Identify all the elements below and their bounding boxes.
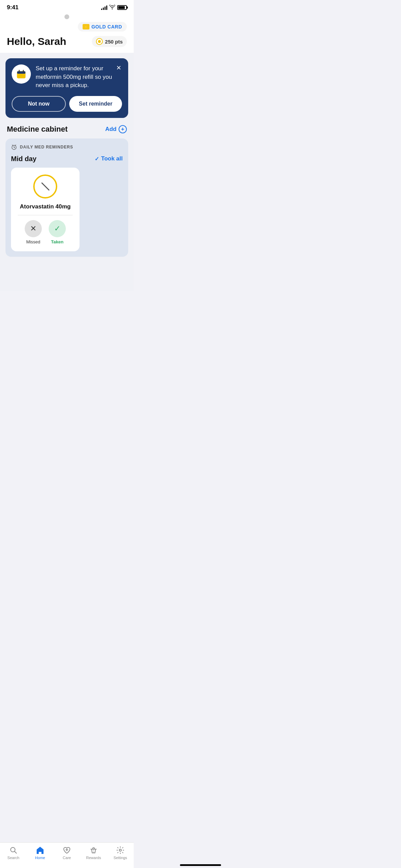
alarm-icon — [11, 144, 17, 150]
points-value: 250 pts — [105, 39, 123, 45]
svg-line-6 — [14, 147, 15, 148]
medicine-actions: ✕ Missed ✓ Taken — [25, 220, 66, 244]
reminder-body: Set up a reminder for your metformin 500… — [12, 64, 122, 90]
face-id-indicator — [64, 14, 69, 19]
missed-circle: ✕ — [25, 220, 42, 237]
daily-reminders-label: DAILY MED REMINDERS — [20, 145, 73, 149]
status-time: 9:41 — [7, 4, 19, 11]
add-label: Add — [105, 126, 117, 133]
taken-circle: ✓ — [49, 220, 66, 237]
reminder-message: Set up a reminder for your metformin 500… — [36, 64, 122, 90]
status-bar: 9:41 — [0, 0, 134, 12]
set-reminder-button[interactable]: Set reminder — [69, 96, 122, 112]
svg-line-7 — [12, 145, 13, 146]
svg-line-8 — [15, 145, 16, 146]
content-area: ✕ Set up a reminder for your metformin 5… — [0, 53, 134, 291]
gold-card-icon — [83, 24, 89, 29]
header-section: GOLD CARD Hello, Sarah 250 pts — [0, 12, 134, 53]
svg-rect-1 — [17, 71, 25, 74]
wifi-icon — [109, 5, 115, 10]
reminders-header: DAILY MED REMINDERS — [11, 144, 123, 150]
status-icons — [101, 5, 127, 10]
medicine-divider — [18, 215, 73, 215]
add-circle-icon: + — [119, 125, 127, 133]
reminder-card: ✕ Set up a reminder for your metformin 5… — [5, 58, 128, 118]
checkmark-icon: ✓ — [95, 156, 99, 162]
medicine-cabinet-title: Medicine cabinet — [7, 125, 68, 134]
greeting-text: Hello, Sarah — [7, 36, 66, 47]
not-now-button[interactable]: Not now — [12, 96, 66, 112]
time-of-day: Mid day — [11, 155, 36, 163]
medicine-card[interactable]: Atorvastatin 40mg ✕ Missed ✓ Taken — [11, 168, 80, 251]
gold-card-button[interactable]: GOLD CARD — [78, 22, 127, 32]
medicine-cabinet-header: Medicine cabinet Add + — [5, 125, 128, 134]
mid-day-row: Mid day ✓ Took all — [11, 155, 123, 163]
battery-icon — [117, 5, 127, 10]
medicine-name: Atorvastatin 40mg — [20, 203, 71, 210]
taken-button[interactable]: ✓ Taken — [49, 220, 66, 244]
med-reminders-section: DAILY MED REMINDERS Mid day ✓ Took all A… — [5, 138, 128, 257]
took-all-indicator: ✓ Took all — [95, 155, 123, 162]
missed-button[interactable]: ✕ Missed — [25, 220, 42, 244]
reminder-icon — [12, 64, 31, 84]
signal-icon — [101, 5, 107, 10]
points-icon — [96, 38, 103, 45]
taken-label: Taken — [51, 239, 64, 244]
medicine-icon — [33, 174, 57, 198]
gold-card-label: GOLD CARD — [92, 24, 122, 29]
add-medicine-button[interactable]: Add + — [105, 125, 127, 133]
missed-label: Missed — [26, 239, 40, 244]
reminder-actions: Not now Set reminder — [12, 96, 122, 112]
reminder-close-button[interactable]: ✕ — [114, 63, 123, 73]
greeting-row: Hello, Sarah 250 pts — [7, 36, 127, 47]
points-badge: 250 pts — [92, 36, 127, 47]
took-all-label: Took all — [101, 155, 123, 162]
